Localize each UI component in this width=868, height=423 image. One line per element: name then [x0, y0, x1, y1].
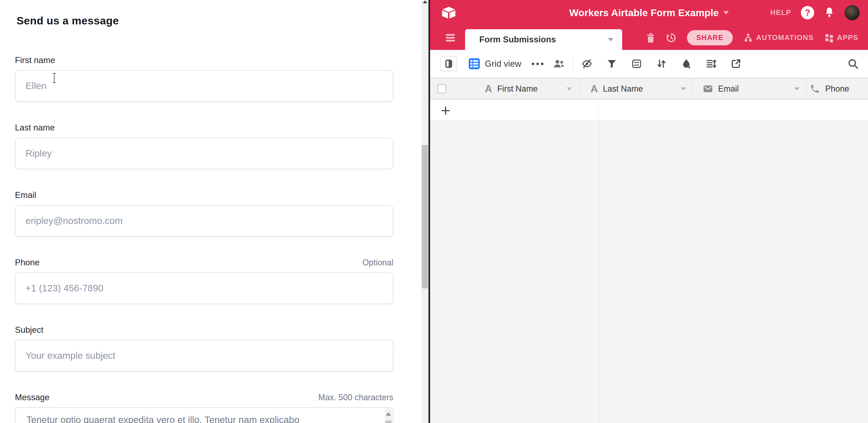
- last-name-input[interactable]: [15, 138, 393, 169]
- airtable-logo-icon[interactable]: [441, 6, 456, 19]
- message-scrollbar[interactable]: [385, 409, 392, 423]
- first-name-input[interactable]: [15, 70, 393, 102]
- share-button[interactable]: SHARE: [687, 30, 733, 46]
- tab-form-submissions[interactable]: Form Submissions: [465, 29, 622, 50]
- record-color-icon[interactable]: [681, 58, 691, 69]
- column-header-first-name[interactable]: A First Name: [430, 79, 581, 99]
- apps-label: APPS: [837, 34, 858, 42]
- chevron-down-icon: [567, 87, 572, 90]
- column-header-last-name[interactable]: A Last Name: [581, 79, 693, 99]
- share-view-icon[interactable]: [731, 58, 741, 69]
- scroll-up-arrow-icon[interactable]: [386, 413, 391, 416]
- sidebar-panel-icon: [444, 59, 453, 68]
- grid-view-icon: [469, 58, 480, 69]
- chevron-down-icon: [795, 87, 800, 90]
- window-divider: [429, 0, 430, 423]
- form-heading: Send us a message: [17, 14, 393, 27]
- left-pane-scrollbar[interactable]: [421, 0, 429, 423]
- base-title: Workers Airtable Form Example: [569, 7, 719, 19]
- filter-icon[interactable]: [607, 58, 617, 69]
- tab-label: Form Submissions: [479, 35, 608, 44]
- field-subject: Subject: [15, 325, 393, 371]
- sort-icon[interactable]: [656, 58, 667, 69]
- message-maxchars-note: Max. 500 characters: [318, 392, 393, 402]
- notifications-bell-icon[interactable]: [824, 7, 835, 19]
- view-options-ellipsis-icon[interactable]: [532, 63, 544, 65]
- field-first-name: First name: [15, 55, 393, 102]
- help-button[interactable]: HELP: [770, 8, 791, 17]
- view-toolbar: Grid view: [430, 50, 868, 78]
- grid-view-area: A First Name A Last Name: [430, 78, 868, 423]
- airtable-window: Workers Airtable Form Example HELP ?: [430, 0, 868, 423]
- views-sidebar-toggle-button[interactable]: [440, 56, 457, 71]
- base-title-dropdown[interactable]: Workers Airtable Form Example: [569, 7, 729, 19]
- field-message: Message Max. 500 characters Tenetur opti…: [15, 392, 393, 423]
- left-pane-scrollbar-thumb[interactable]: [422, 145, 428, 289]
- chevron-down-icon: [723, 11, 729, 14]
- trash-icon[interactable]: [646, 33, 655, 43]
- add-record-row[interactable]: +: [430, 100, 868, 121]
- airtable-topbar: Workers Airtable Form Example HELP ?: [430, 0, 868, 25]
- user-avatar[interactable]: [844, 5, 860, 20]
- column-header-phone[interactable]: Phone: [806, 79, 868, 99]
- contact-form: Send us a message First name Last name: [0, 0, 421, 423]
- group-icon[interactable]: [631, 58, 642, 69]
- text-cursor-pointer: [52, 73, 57, 83]
- column-group-divider: [598, 79, 599, 423]
- message-textarea[interactable]: Tenetur optio quaerat expedita vero et i…: [15, 407, 393, 423]
- phone-input[interactable]: [15, 272, 393, 304]
- column-group-divider: [598, 100, 599, 121]
- view-name-label: Grid view: [485, 59, 521, 69]
- email-input[interactable]: [15, 205, 393, 237]
- message-scrollbar-thumb[interactable]: [385, 421, 392, 423]
- hide-fields-icon[interactable]: [582, 58, 592, 69]
- chevron-down-icon: [608, 38, 613, 41]
- first-name-label: First name: [15, 55, 55, 65]
- tables-menu-icon[interactable]: [445, 34, 455, 42]
- subject-label: Subject: [15, 325, 43, 335]
- column-header-email[interactable]: Email: [693, 79, 806, 99]
- subject-input[interactable]: [15, 340, 393, 371]
- toolbar-divider: [572, 56, 573, 71]
- field-email: Email: [15, 190, 393, 237]
- chevron-down-icon: [681, 87, 686, 90]
- apps-button[interactable]: APPS: [824, 33, 858, 42]
- select-all-checkbox[interactable]: [437, 84, 446, 93]
- field-phone: Phone Optional: [15, 258, 393, 304]
- add-record-plus-icon[interactable]: +: [440, 104, 451, 117]
- field-last-name: Last name: [15, 123, 393, 169]
- text-field-icon: A: [591, 84, 598, 94]
- help-question-icon[interactable]: ?: [801, 6, 814, 19]
- collaborators-icon[interactable]: [553, 58, 565, 69]
- message-label: Message: [15, 392, 50, 402]
- screenshot-root: Send us a message First name Last name: [0, 0, 868, 423]
- row-height-icon[interactable]: [706, 58, 716, 69]
- automations-button[interactable]: AUTOMATIONS: [743, 33, 814, 42]
- phone-field-icon: [810, 84, 820, 94]
- text-field-icon: A: [485, 84, 492, 94]
- automations-label: AUTOMATIONS: [756, 34, 814, 42]
- view-switcher-grid-view[interactable]: Grid view: [469, 58, 521, 69]
- grid-header-row: A First Name A Last Name: [430, 79, 868, 100]
- email-label: Email: [15, 190, 36, 200]
- airtable-tabbar: Form Submissions: [430, 25, 868, 50]
- search-icon[interactable]: [847, 58, 859, 69]
- base-history-icon[interactable]: [666, 32, 676, 43]
- scroll-up-arrow-icon[interactable]: [423, 0, 427, 3]
- contact-form-panel: Send us a message First name Last name: [0, 0, 421, 423]
- phone-label: Phone: [15, 258, 39, 268]
- email-field-icon: [703, 84, 713, 93]
- phone-optional-note: Optional: [363, 258, 393, 268]
- last-name-label: Last name: [15, 123, 55, 133]
